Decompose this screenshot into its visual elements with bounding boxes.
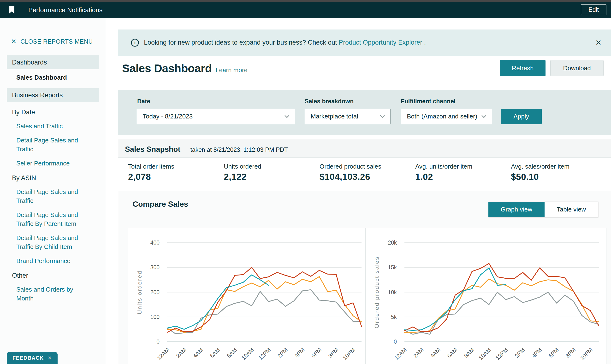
svg-text:6PM: 6PM — [310, 347, 323, 359]
svg-text:4AM: 4AM — [429, 347, 442, 359]
apply-button[interactable]: Apply — [501, 109, 542, 124]
bookmark-icon[interactable] — [9, 6, 14, 14]
sidebar-section-dashboards[interactable]: Dashboards — [7, 55, 99, 69]
metric-value: 2,122 — [224, 172, 319, 182]
sidebar-item-sales-and-traffic[interactable]: Sales and Traffic — [0, 122, 91, 131]
svg-text:20k: 20k — [388, 240, 397, 246]
sidebar-item-detail-page-sales-traffic-by-asin[interactable]: Detail Page Sales and Traffic — [0, 187, 91, 205]
feedback-button[interactable]: FEEDBACK ✕ — [7, 352, 58, 364]
svg-text:4PM: 4PM — [531, 347, 543, 359]
chevron-down-icon — [380, 113, 385, 118]
fulfillment-channel-select[interactable]: Both (Amazon and seller) — [401, 109, 492, 124]
svg-text:10PM: 10PM — [579, 347, 594, 361]
svg-text:Units ordered: Units ordered — [136, 270, 143, 314]
close-icon: ✕ — [11, 38, 16, 45]
window-strip — [0, 0, 611, 2]
sidebar-item-detail-page-sales-traffic-child[interactable]: Detail Page Sales and Traffic By Child I… — [0, 234, 91, 251]
ordered-product-sales-chart: 05k10k15k20k12AM2AM4AM6AM8AM10AM12PM2PM4… — [365, 228, 606, 364]
svg-text:8PM: 8PM — [564, 347, 577, 359]
sidebar-item-sales-orders-by-month[interactable]: Sales and Orders by Month — [0, 285, 91, 303]
svg-text:2AM: 2AM — [412, 347, 425, 359]
metric-label: Units ordered — [224, 163, 319, 170]
date-select[interactable]: Today - 8/21/2023 — [137, 109, 295, 124]
units-ordered-chart: 010020030040012AM2AM4AM6AM8AM10AM12PM2PM… — [128, 228, 365, 364]
sidebar-item-detail-page-sales-traffic-by-date[interactable]: Detail Page Sales and Traffic — [0, 136, 91, 154]
ordered-product-sales-chart-svg: 05k10k15k20k12AM2AM4AM6AM8AM10AM12PM2PM4… — [366, 228, 606, 364]
sidebar-section-business-reports[interactable]: Business Reports — [7, 88, 99, 102]
page-title-row: Sales Dashboard Learn more — [122, 62, 248, 75]
compare-charts-box: 010020030040012AM2AM4AM6AM8AM10AM12PM2PM… — [128, 228, 606, 364]
metric-label: Total order items — [128, 163, 224, 170]
page-title: Sales Dashboard — [122, 62, 212, 75]
svg-text:2AM: 2AM — [175, 347, 187, 359]
main-content: i Looking for new product ideas to expan… — [106, 18, 611, 364]
svg-text:0: 0 — [156, 338, 159, 345]
units-ordered-chart-svg: 010020030040012AM2AM4AM6AM8AM10AM12PM2PM… — [128, 228, 365, 364]
svg-text:Ordered product sales: Ordered product sales — [373, 256, 380, 328]
metric-total-order-items: Total order items 2,078 — [128, 163, 224, 182]
metric-value: $50.10 — [511, 172, 607, 182]
reports-sidebar: ✕ CLOSE REPORTS MENU Dashboards Sales Da… — [0, 18, 106, 364]
sidebar-item-detail-page-sales-traffic-parent[interactable]: Detail Page Sales and Traffic By Parent … — [0, 210, 91, 228]
sidebar-item-brand-performance[interactable]: Brand Performance — [0, 257, 91, 265]
sidebar-list: Dashboards Sales Dashboard Business Repo… — [0, 55, 106, 303]
svg-text:10PM: 10PM — [342, 347, 356, 361]
info-banner: i Looking for new product ideas to expan… — [118, 29, 611, 56]
chevron-down-icon — [284, 113, 289, 118]
refresh-button[interactable]: Refresh — [500, 60, 545, 76]
edit-button[interactable]: Edit — [581, 4, 606, 15]
metric-label: Ordered product sales — [319, 163, 415, 170]
fulfillment-channel-value: Both (Amazon and seller) — [407, 113, 477, 120]
svg-text:6PM: 6PM — [547, 347, 560, 359]
learn-more-link[interactable]: Learn more — [216, 66, 248, 74]
snapshot-timestamp: taken at 8/21/2023, 1:12:03 PM PDT — [190, 146, 288, 153]
svg-text:10AM: 10AM — [240, 347, 255, 361]
svg-text:0: 0 — [394, 338, 397, 345]
svg-text:400: 400 — [150, 240, 159, 246]
svg-text:12AM: 12AM — [393, 347, 408, 361]
sidebar-group-by-date: By Date — [0, 108, 106, 117]
feedback-close-icon[interactable]: ✕ — [48, 355, 52, 361]
svg-text:4PM: 4PM — [293, 347, 306, 359]
svg-text:12AM: 12AM — [156, 347, 171, 361]
sales-snapshot-header: Sales Snapshot taken at 8/21/2023, 1:12:… — [118, 139, 611, 157]
banner-close-icon[interactable]: ✕ — [595, 38, 602, 47]
metric-avg-units-order-item: Avg. units/order item 1.02 — [415, 163, 511, 182]
close-reports-menu-label: CLOSE REPORTS MENU — [20, 38, 93, 45]
svg-text:8AM: 8AM — [463, 347, 475, 359]
snapshot-metrics-row: Total order items 2,078 Units ordered 2,… — [118, 157, 611, 182]
sales-breakdown-label: Sales breakdown — [305, 98, 354, 105]
metric-avg-sales-order-item: Avg. sales/order item $50.10 — [511, 163, 607, 182]
sidebar-group-by-asin: By ASIN — [0, 174, 106, 182]
sidebar-group-other: Other — [0, 271, 106, 280]
metric-label: Avg. sales/order item — [511, 163, 607, 170]
banner-message: Looking for new product ideas to expand … — [144, 39, 337, 46]
chevron-down-icon — [481, 113, 486, 118]
download-button[interactable]: Download — [550, 60, 604, 76]
svg-text:8AM: 8AM — [226, 347, 238, 359]
close-reports-menu-button[interactable]: ✕ CLOSE REPORTS MENU — [11, 38, 93, 45]
svg-text:4AM: 4AM — [192, 347, 204, 359]
svg-text:12PM: 12PM — [257, 347, 272, 361]
svg-text:200: 200 — [150, 289, 159, 295]
metric-ordered-product-sales: Ordered product sales $104,103.26 — [319, 163, 415, 182]
top-bar-title: Performance Notifications — [28, 6, 102, 14]
banner-text: Looking for new product ideas to expand … — [144, 39, 426, 46]
banner-suffix: . — [424, 39, 426, 46]
date-filter-label: Date — [137, 98, 150, 105]
sidebar-item-sales-dashboard[interactable]: Sales Dashboard — [0, 73, 106, 82]
fulfillment-channel-label: Fulfillment channel — [401, 98, 456, 105]
svg-text:2PM: 2PM — [514, 347, 526, 359]
metric-units-ordered: Units ordered 2,122 — [224, 163, 319, 182]
svg-text:5k: 5k — [391, 314, 397, 320]
metric-value: $104,103.26 — [319, 172, 415, 182]
graph-view-tab[interactable]: Graph view — [488, 202, 545, 217]
sales-breakdown-value: Marketplace total — [311, 113, 358, 120]
table-view-tab[interactable]: Table view — [545, 202, 598, 217]
sales-breakdown-select[interactable]: Marketplace total — [305, 109, 391, 124]
svg-text:10AM: 10AM — [478, 347, 492, 361]
svg-text:2PM: 2PM — [276, 347, 289, 359]
info-icon: i — [131, 39, 139, 47]
product-opportunity-explorer-link[interactable]: Product Opportunity Explorer — [339, 39, 422, 46]
sidebar-item-seller-performance[interactable]: Seller Performance — [0, 159, 91, 168]
